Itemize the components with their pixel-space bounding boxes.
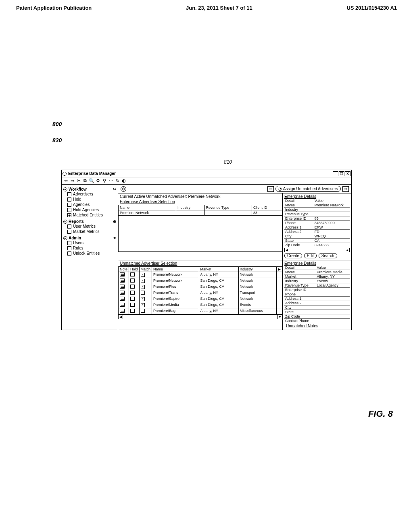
note-cell[interactable] bbox=[119, 296, 129, 302]
sidebar-group-workflow[interactable]: ▸ Workflow ✂ bbox=[63, 187, 116, 191]
col-industry[interactable]: Industry bbox=[238, 267, 276, 272]
table-row[interactable]: Premiere Network 83 bbox=[119, 210, 282, 216]
match-cell[interactable] bbox=[139, 290, 152, 296]
user-metrics-icon bbox=[67, 224, 71, 229]
sidebar-item-rules[interactable]: Rules bbox=[63, 245, 116, 251]
horizontal-scrollbar[interactable]: ◀ ▼ bbox=[118, 314, 282, 319]
col-market[interactable]: Market bbox=[199, 267, 238, 272]
forward-icon[interactable]: ⇒ bbox=[70, 179, 75, 183]
assign-unmatched-button[interactable]: ◔ Assign Unmatched Advertisers bbox=[275, 186, 341, 192]
col-industry[interactable]: Industry bbox=[176, 205, 204, 210]
col-revenue-type[interactable]: Revenue Type bbox=[204, 205, 252, 210]
cell-revenue-type bbox=[204, 210, 252, 216]
sidebar-item-market-metrics[interactable]: Market Metrics bbox=[63, 229, 116, 234]
match-checkbox[interactable]: ✓ bbox=[141, 303, 145, 307]
sidebar-item-hold[interactable]: Hold bbox=[63, 197, 116, 202]
match-cell[interactable]: ✓ bbox=[139, 302, 152, 308]
globe-icon[interactable]: ⊕ bbox=[113, 219, 116, 224]
col-hold[interactable]: Hold bbox=[129, 267, 140, 272]
match-checkbox[interactable]: ✓ bbox=[141, 273, 145, 277]
hold-cell[interactable] bbox=[129, 278, 140, 284]
search-button[interactable]: Search bbox=[319, 253, 337, 258]
edit-button[interactable]: Edit bbox=[304, 253, 317, 258]
col-name[interactable]: Name bbox=[152, 267, 199, 272]
toolbar: ⇐ ⇒ ✂ ⧉ 🔍 ⚙ ⚲ ⋯ ↻ ◐ bbox=[62, 177, 351, 185]
help-icon[interactable]: ◐ bbox=[121, 179, 126, 183]
scroll-col: ▶ bbox=[277, 267, 282, 272]
col-match[interactable]: Match bbox=[139, 267, 152, 272]
match-cell[interactable] bbox=[139, 308, 152, 314]
match-cell[interactable]: ✓ bbox=[139, 272, 152, 278]
pin-icon[interactable]: ✂ bbox=[113, 187, 116, 191]
table-row[interactable]: ✓Premiere/NetworkSan Diego, CANetwork bbox=[119, 278, 282, 284]
match-cell[interactable]: ✓ bbox=[139, 296, 152, 302]
table-row[interactable]: Premiere/BagAlbany, NYMiscellaneous bbox=[119, 308, 282, 314]
row-scroll bbox=[277, 302, 282, 308]
settings-icon[interactable]: ⚙ bbox=[96, 179, 100, 183]
cut-icon[interactable]: ✂ bbox=[76, 179, 81, 183]
match-checkbox[interactable]: ✓ bbox=[141, 285, 145, 289]
col-name[interactable]: Name bbox=[119, 205, 176, 210]
note-cell[interactable] bbox=[119, 278, 129, 284]
sidebar-item-users[interactable]: Users bbox=[63, 240, 116, 245]
cancel-icon[interactable]: ⊘ bbox=[121, 186, 126, 192]
find-icon[interactable]: 🔍 bbox=[89, 179, 94, 183]
sidebar-item-matched-entities[interactable]: ★Matched Entities bbox=[63, 212, 116, 218]
kv-key: Revenue Type bbox=[284, 212, 314, 216]
scroll-down-icon[interactable]: ▼ bbox=[277, 315, 282, 319]
match-checkbox[interactable]: ✓ bbox=[141, 279, 145, 283]
note-cell[interactable] bbox=[119, 302, 129, 308]
note-cell[interactable] bbox=[119, 290, 129, 296]
scroll-left-icon[interactable]: ◀ bbox=[118, 315, 123, 319]
table-row[interactable]: Premiere/TransAlbany, NYTransport bbox=[119, 290, 282, 296]
match-checkbox[interactable]: ✓ bbox=[141, 297, 145, 301]
note-cell[interactable] bbox=[119, 308, 129, 314]
match-cell[interactable]: ✓ bbox=[139, 284, 152, 290]
col-note[interactable]: Note bbox=[119, 267, 129, 272]
hold-cell[interactable] bbox=[129, 290, 140, 296]
sidebar-item-unlock-entities[interactable]: Unlock Entities bbox=[63, 251, 116, 256]
note-cell[interactable] bbox=[119, 272, 129, 278]
sidebar-group-admin[interactable]: ▸ Admin ⚭ bbox=[63, 236, 116, 240]
enterprise-details-bottom: Enterprise Details DetailValue NamePremi… bbox=[283, 260, 351, 330]
close-button[interactable]: X bbox=[345, 171, 350, 176]
hold-cell[interactable] bbox=[129, 272, 140, 278]
note-cell[interactable] bbox=[119, 284, 129, 290]
pin-icon[interactable]: ⚲ bbox=[102, 179, 107, 183]
sidebar-item-advertisers[interactable]: Advertisers bbox=[63, 191, 116, 197]
sidebar-group-reports[interactable]: ▸ Reports ⊕ bbox=[63, 219, 116, 224]
col-client-id[interactable]: Client ID bbox=[252, 205, 282, 210]
copy-icon[interactable]: ⧉ bbox=[83, 179, 88, 183]
row-scroll bbox=[277, 284, 282, 290]
sidebar-item-agencies[interactable]: Agencies bbox=[63, 202, 116, 207]
minimize-button[interactable]: – bbox=[333, 171, 338, 176]
match-cell[interactable]: ✓ bbox=[139, 278, 152, 284]
link-icon[interactable]: ⚭ bbox=[113, 236, 116, 240]
scroll-up-icon[interactable]: ▲ bbox=[345, 248, 350, 252]
back-icon[interactable]: ⇐ bbox=[63, 179, 68, 183]
kv-val: 83 bbox=[314, 216, 350, 221]
hold-cell[interactable] bbox=[129, 284, 140, 290]
hold-cell[interactable] bbox=[129, 308, 140, 314]
row-scroll bbox=[277, 278, 282, 284]
sidebar-item-label: Rules bbox=[73, 246, 83, 250]
cell-market: San Diego, CA bbox=[199, 302, 238, 308]
create-button[interactable]: Create bbox=[284, 253, 302, 258]
prev-arrow-button[interactable]: ⇦ bbox=[267, 186, 274, 192]
sidebar-item-user-metrics[interactable]: User Metrics bbox=[63, 224, 116, 229]
sidebar-item-hold-agencies[interactable]: Hold Agencies bbox=[63, 207, 116, 212]
maximize-button[interactable]: ❐ bbox=[339, 171, 344, 176]
table-row[interactable]: ✓Premiere/SapireSan Diego, CANetwork bbox=[119, 296, 282, 302]
match-checkbox[interactable] bbox=[141, 309, 145, 313]
scroll-left-icon[interactable]: ◀ bbox=[284, 248, 289, 252]
table-row[interactable]: ✓Premiere/PlusSan Diego, CANetwork bbox=[119, 284, 282, 290]
more-icon[interactable]: ⋯ bbox=[108, 179, 113, 183]
hold-cell[interactable] bbox=[129, 302, 140, 308]
next-arrow-button[interactable]: ⇨ bbox=[342, 186, 349, 192]
match-checkbox[interactable] bbox=[141, 291, 145, 295]
table-row[interactable]: ✓Premiere/MediaSan Diego, CAEvents bbox=[119, 302, 282, 308]
hold-cell[interactable] bbox=[129, 296, 140, 302]
refresh-icon[interactable]: ↻ bbox=[115, 179, 120, 183]
table-row[interactable]: ✓Premiere/NetworkAlbany, NYNetwork bbox=[119, 272, 282, 278]
current-active-caption: Current Active Unmatched Advertiser: Pre… bbox=[118, 193, 282, 200]
